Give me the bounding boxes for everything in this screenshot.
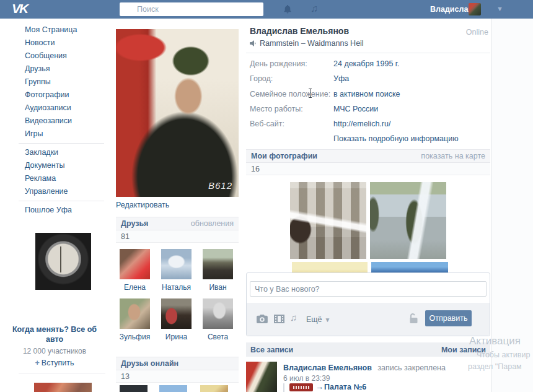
info-value-website[interactable]: http://emelich.ru/ <box>333 120 390 128</box>
friend-name-link[interactable]: Света <box>200 333 236 341</box>
friend-card[interactable]: Елена <box>117 249 152 292</box>
info-label: Веб-сайт: <box>250 120 284 128</box>
photos-module-header: Мои фотографии показать на карте <box>246 149 490 163</box>
sidebar-item-photos[interactable]: Фотографии <box>0 89 109 102</box>
page-right-margin <box>492 19 533 392</box>
info-label: Семейное положение: <box>250 90 330 98</box>
all-posts-tab[interactable]: Все записи <box>250 346 293 354</box>
show-on-map-link[interactable]: показать на карте <box>421 152 485 160</box>
my-posts-tab[interactable]: Мои записи <box>441 346 486 354</box>
ad-image-gear-knob[interactable] <box>35 233 91 290</box>
friend-avatar[interactable] <box>120 249 150 279</box>
show-details-link[interactable]: Показать подробную информацию <box>333 134 459 143</box>
send-post-button[interactable]: Отправить <box>425 310 472 326</box>
sidebar-item-friends[interactable]: Друзья <box>0 63 109 76</box>
friend-avatar[interactable] <box>203 298 233 329</box>
sidebar-item-documents[interactable]: Документы <box>0 159 109 172</box>
info-label: Место работы: <box>250 105 303 113</box>
online-status-badge: Online <box>446 28 488 37</box>
sidebar-item-groups[interactable]: Группы <box>0 76 109 89</box>
sidebar-item-bookmarks[interactable]: Закладки <box>0 146 109 159</box>
photo-thumbnail[interactable] <box>370 182 446 259</box>
friend-name-link[interactable]: Иван <box>200 283 236 292</box>
more-label: Ещё <box>306 315 322 324</box>
post-date-link[interactable]: 6 июл в 23:39 <box>283 374 330 383</box>
post-author-link[interactable]: Владислав Емельянов <box>283 364 372 372</box>
online-friend-avatar[interactable] <box>159 385 187 392</box>
online-friend-avatar[interactable] <box>120 385 148 392</box>
sidebar-item-messages[interactable]: Сообщения <box>0 50 109 63</box>
text-cursor-pointer <box>310 89 311 98</box>
friend-card[interactable]: Света <box>200 298 236 341</box>
chevron-down-icon[interactable]: ▼ <box>496 5 503 12</box>
sidebar-item-audio[interactable]: Аудиозаписи <box>0 102 109 115</box>
friends-online-title-link[interactable]: Друзья онлайн <box>121 359 178 368</box>
video-icon[interactable] <box>273 314 285 324</box>
info-value-city[interactable]: Уфа <box>333 74 349 83</box>
search-input[interactable] <box>120 2 263 16</box>
megaphone-icon <box>250 39 257 48</box>
friends-online-header: Друзья онлайн <box>116 357 239 370</box>
more-attach-button[interactable]: Ещё▼ <box>306 315 330 324</box>
sidebar-item-manage[interactable]: Управление <box>0 185 109 198</box>
friend-card[interactable]: Иван <box>200 249 236 292</box>
info-value-workplace[interactable]: МЧС России <box>333 105 378 113</box>
friend-name-link[interactable]: Ирина <box>159 333 194 341</box>
topbar-avatar[interactable] <box>469 3 481 15</box>
info-value-birthday[interactable]: 24 декабря 1995 г. <box>333 59 399 68</box>
sidebar-item-video[interactable]: Видеозаписи <box>0 115 109 128</box>
music-icon[interactable]: ♫ <box>311 3 322 15</box>
music-status[interactable]: Rammstein – Waidmanns Heil <box>250 39 364 48</box>
repost-source-link[interactable]: Палата №6 <box>324 383 366 391</box>
vk-logo[interactable]: VK <box>12 1 27 16</box>
friend-avatar[interactable] <box>161 298 192 329</box>
ad-members-count: 12 000 участников <box>7 347 102 355</box>
photo-thumbnail[interactable] <box>290 182 366 259</box>
sidebar-item-news[interactable]: Новости <box>0 37 109 50</box>
friend-avatar[interactable] <box>120 298 150 329</box>
notifications-bell-icon[interactable] <box>283 4 293 14</box>
friend-card[interactable]: Наталья <box>159 249 194 292</box>
post-header: Владислав Емельянов запись закреплена <box>283 364 446 372</box>
ad-title-link[interactable]: Когда менять? Все об авто <box>7 324 102 344</box>
friend-name-link[interactable]: Зульфия <box>117 333 152 341</box>
friend-card[interactable]: Ирина <box>159 298 194 341</box>
repost-community-badge[interactable] <box>289 383 313 391</box>
sidebar-item-my-page[interactable]: Моя Страница <box>0 24 109 37</box>
repost-quote-bar <box>283 383 284 392</box>
sidebar-item-ads[interactable]: Реклама <box>0 172 109 185</box>
privacy-lock-icon[interactable] <box>408 313 418 324</box>
friends-updates-link[interactable]: обновления <box>191 219 234 228</box>
profile-photo[interactable]: B612 <box>116 29 239 197</box>
post-author-avatar[interactable] <box>246 362 277 392</box>
sidebar-divider <box>19 201 104 201</box>
ad-image-partial[interactable] <box>34 383 92 392</box>
friend-avatar[interactable] <box>203 249 233 279</box>
status-update-input[interactable] <box>250 281 487 297</box>
friend-name-link[interactable]: Наталья <box>159 283 194 292</box>
photos-title-link[interactable]: Мои фотографии <box>251 152 317 160</box>
music-status-text[interactable]: Rammstein – Waidmanns Heil <box>260 39 364 48</box>
edit-profile-link[interactable]: Редактировать <box>116 201 169 209</box>
ad-join-button[interactable]: +Вступить <box>7 359 102 367</box>
audio-attach-icon[interactable]: ♫ <box>290 312 297 323</box>
friends-title-link[interactable]: Друзья <box>121 219 148 228</box>
wall-filter-bar: Все записи Мои записи <box>246 342 490 357</box>
profile-name: Владислав Емельянов <box>250 26 349 36</box>
friends-count: 81 <box>121 232 130 241</box>
friends-count-row: 81 <box>116 230 239 243</box>
friend-card[interactable]: Зульфия <box>117 298 152 341</box>
sidebar-item-community[interactable]: Пошлое Уфа <box>0 204 109 217</box>
friend-name-link[interactable]: Елена <box>117 283 152 292</box>
ad-join-label: Вступить <box>42 359 74 367</box>
sidebar-item-games[interactable]: Игры <box>0 128 109 141</box>
friends-online-count: 13 <box>121 372 130 381</box>
photo-watermark: B612 <box>208 180 232 191</box>
camera-icon[interactable] <box>257 314 268 324</box>
chevron-down-icon: ▼ <box>325 316 331 323</box>
topbar-username[interactable]: Владислав <box>430 5 473 14</box>
info-value-relationship[interactable]: в активном поиске <box>333 90 400 98</box>
repost-arrow-icon: → <box>315 382 324 391</box>
friend-avatar[interactable] <box>161 249 192 279</box>
online-friend-avatar[interactable] <box>200 385 228 392</box>
